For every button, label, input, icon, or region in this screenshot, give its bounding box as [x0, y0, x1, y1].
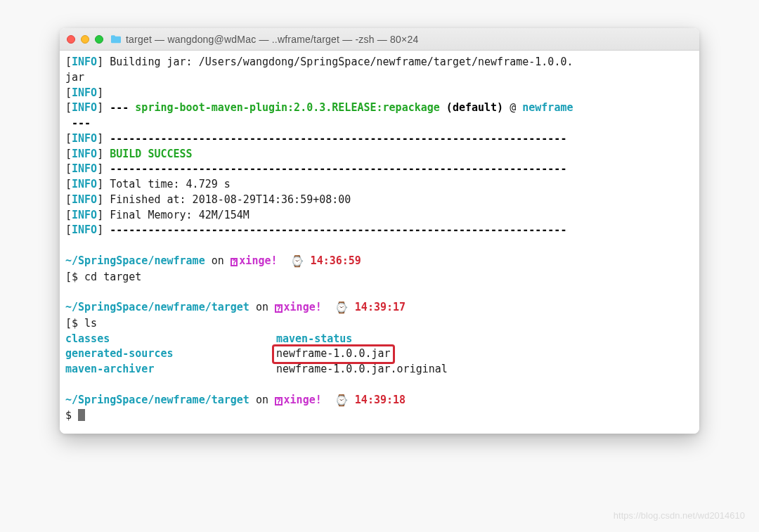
folder-icon — [110, 34, 122, 44]
directory-item: maven-status — [276, 332, 352, 345]
maximize-button[interactable] — [95, 35, 103, 44]
log-line: [INFO] --- spring-boot-maven-plugin:2.0.… — [65, 100, 694, 116]
log-line: jar — [65, 70, 694, 86]
question-icon: ? — [231, 258, 238, 266]
cursor — [78, 409, 85, 421]
terminal-window: target — wangdong@wdMac — ..wframe/targe… — [60, 28, 699, 434]
blank-line — [65, 238, 694, 254]
minimize-button[interactable] — [81, 35, 89, 44]
prompt-line: ~/SpringSpace/newframe/target on ?xinge!… — [65, 300, 694, 316]
watch-icon: ⌚ — [335, 394, 349, 407]
log-line: [INFO] Total time: 4.729 s — [65, 177, 694, 193]
watermark: https://blog.csdn.net/wd2014610 — [614, 510, 745, 521]
log-line: --- — [65, 116, 694, 131]
log-line: [INFO] Building jar: /Users/wangdong/Spr… — [65, 55, 694, 70]
log-line: [INFO] BUILD SUCCESS — [65, 147, 694, 162]
blank-line — [65, 285, 694, 300]
file-item: newframe-1.0.0.jar — [276, 347, 391, 360]
traffic-lights — [67, 35, 103, 44]
command-line: [$ cd target — [65, 270, 694, 285]
watch-icon: ⌚ — [335, 301, 349, 314]
log-line: [INFO] — [65, 86, 694, 101]
directory-item: classes — [65, 332, 276, 347]
highlighted-jar: newframe-1.0.0.jar — [272, 344, 395, 364]
ls-row: maven-archivernewframe-1.0.0.jar.origina… — [65, 362, 694, 377]
blank-line — [65, 377, 694, 393]
watch-icon: ⌚ — [290, 254, 304, 268]
close-button[interactable] — [67, 35, 75, 44]
question-icon: ? — [275, 397, 283, 406]
log-line: [INFO] ---------------------------------… — [65, 131, 694, 147]
terminal-content[interactable]: [INFO] Building jar: /Users/wangdong/Spr… — [60, 51, 699, 434]
command-line: [$ ls — [65, 316, 694, 332]
log-line: [INFO] ---------------------------------… — [65, 223, 694, 238]
prompt-line: ~/SpringSpace/newframe on ?xinge! ⌚ 14:3… — [65, 254, 694, 270]
titlebar[interactable]: target — wangdong@wdMac — ..wframe/targe… — [60, 28, 699, 51]
directory-item: maven-archiver — [65, 362, 276, 377]
window-title: target — wangdong@wdMac — ..wframe/targe… — [126, 34, 418, 45]
question-icon: ? — [275, 304, 283, 313]
ls-row: generated-sourcesnewframe-1.0.0.jar — [65, 346, 694, 362]
log-line: [INFO] Final Memory: 42M/154M — [65, 208, 694, 223]
file-item: newframe-1.0.0.jar.original — [276, 363, 448, 375]
log-line: [INFO] Finished at: 2018-08-29T14:36:59+… — [65, 193, 694, 208]
prompt-line: ~/SpringSpace/newframe/target on ?xinge!… — [65, 393, 694, 409]
current-prompt[interactable]: $ — [65, 408, 694, 424]
log-line: [INFO] ---------------------------------… — [65, 162, 694, 177]
directory-item: generated-sources — [65, 346, 276, 362]
